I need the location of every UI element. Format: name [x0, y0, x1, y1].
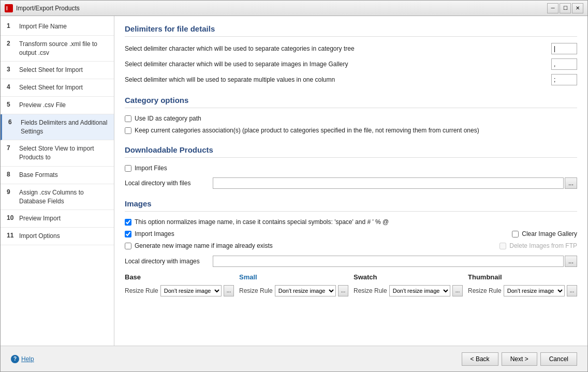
- delimiter-images-input[interactable]: [551, 58, 577, 70]
- use-id-row: Use ID as category path: [125, 114, 577, 123]
- sidebar-item-8[interactable]: 8 Base Formats: [1, 167, 114, 184]
- downloadable-section: Downloadable Products Import Files Local…: [125, 145, 577, 189]
- delimiters-title: Delimiters for file details: [125, 24, 577, 37]
- clear-gallery-row: Clear Image Gallery: [512, 230, 577, 239]
- swatch-title: Swatch: [354, 273, 463, 281]
- resize-small-col: Small Resize Rule Don't resize image ...: [239, 273, 348, 299]
- sidebar-item-10[interactable]: 10 Preview Import: [1, 210, 114, 228]
- small-resize-label: Resize Rule: [239, 287, 273, 294]
- local-dir-images-browse-button[interactable]: ...: [565, 256, 577, 267]
- sidebar-item-2[interactable]: 2 Transform source .xml file to output .…: [1, 36, 114, 62]
- back-button[interactable]: < Back: [462, 352, 498, 366]
- delimiters-section: Delimiters for file details Select delim…: [125, 24, 577, 85]
- import-images-row: Import Images: [125, 230, 174, 239]
- sidebar-num-3: 3: [7, 66, 15, 73]
- thumbnail-resize-label: Resize Rule: [468, 287, 502, 294]
- sidebar-label-3: Select Sheet for Import: [19, 66, 83, 75]
- delete-ftp-label: Delete Images from FTP: [509, 242, 577, 250]
- normalize-row: This option normalizes image name, in ca…: [125, 218, 577, 227]
- sidebar-item-4[interactable]: 4 Select Sheet for Import: [1, 79, 114, 97]
- sidebar-num-1: 1: [7, 22, 15, 29]
- thumbnail-title: Thumbnail: [468, 273, 577, 281]
- images-title: Images: [125, 199, 577, 212]
- title-bar-controls: ─ ☐ ✕: [547, 3, 583, 13]
- normalize-checkbox[interactable]: [125, 219, 131, 226]
- thumbnail-resize-btn[interactable]: ...: [567, 285, 577, 296]
- window-title: Import/Export Products: [16, 5, 80, 12]
- sidebar-label-6: Fields Delimiters and Additional Setting…: [21, 118, 108, 136]
- sidebar-num-9: 9: [7, 188, 15, 196]
- base-resize-label: Resize Rule: [125, 287, 158, 294]
- sidebar-item-5[interactable]: 5 Preview .csv File: [1, 97, 114, 114]
- clear-gallery-checkbox[interactable]: [512, 231, 519, 237]
- title-bar-left: I Import/Export Products: [5, 4, 80, 12]
- delimiter-images-row: Select delimiter character which will be…: [125, 58, 577, 70]
- images-section: Images This option normalizes image name…: [125, 199, 577, 298]
- gen-new-name-label: Generate new image name if image already…: [135, 242, 273, 250]
- gen-new-name-checkbox[interactable]: [125, 243, 131, 249]
- resize-thumbnail-col: Thumbnail Resize Rule Don't resize image…: [468, 273, 577, 299]
- base-resize-select[interactable]: Don't resize image: [160, 285, 222, 296]
- keep-categories-checkbox[interactable]: [125, 127, 131, 134]
- sidebar-label-5: Preview .csv File: [19, 101, 66, 110]
- sidebar-label-1: Import File Name: [19, 22, 67, 31]
- sidebar-label-10: Preview Import: [19, 214, 61, 223]
- thumbnail-resize-select[interactable]: Don't resize image: [504, 285, 565, 296]
- next-button[interactable]: Next >: [502, 352, 537, 366]
- sidebar-num-5: 5: [7, 101, 15, 108]
- sidebar: 1 Import File Name 2 Transform source .x…: [1, 16, 114, 346]
- svg-text:I: I: [6, 6, 8, 11]
- local-dir-label: Local directory with files: [125, 180, 208, 187]
- main-window: I Import/Export Products ─ ☐ ✕ 1 Import …: [0, 0, 588, 372]
- sidebar-num-6: 6: [8, 118, 17, 126]
- import-images-label: Import Images: [135, 230, 174, 239]
- sidebar-item-11[interactable]: 11 Import Options: [1, 228, 114, 245]
- minimize-button[interactable]: ─: [547, 3, 558, 13]
- sidebar-num-11: 11: [7, 232, 15, 239]
- sidebar-item-3[interactable]: 3 Select Sheet for Import: [1, 62, 114, 79]
- delete-ftp-checkbox[interactable]: [499, 243, 506, 249]
- delimiter-category-row: Select delimiter character which will be…: [125, 43, 577, 54]
- local-dir-input[interactable]: [213, 177, 564, 189]
- maximize-button[interactable]: ☐: [560, 3, 571, 13]
- sidebar-item-6[interactable]: 6 Fields Delimiters and Additional Setti…: [1, 114, 114, 141]
- sidebar-label-7: Select Store View to import Products to: [19, 144, 108, 162]
- sidebar-num-10: 10: [7, 214, 15, 221]
- import-files-checkbox[interactable]: [125, 165, 131, 172]
- swatch-resize-btn[interactable]: ...: [452, 285, 463, 296]
- swatch-resize-select[interactable]: Don't resize image: [389, 285, 450, 296]
- sidebar-label-8: Base Formats: [19, 171, 58, 180]
- resize-base-col: Base Resize Rule Don't resize image ...: [125, 273, 234, 299]
- sidebar-label-2: Transform source .xml file to output .cs…: [19, 40, 108, 57]
- small-resize-btn[interactable]: ...: [338, 285, 348, 296]
- cancel-button[interactable]: Cancel: [540, 352, 577, 366]
- local-dir-browse-button[interactable]: ...: [565, 177, 577, 189]
- base-title: Base: [125, 273, 234, 281]
- import-files-row: Import Files: [125, 164, 577, 173]
- category-section: Category options Use ID as category path…: [125, 96, 577, 135]
- delimiter-category-input[interactable]: [551, 43, 577, 54]
- local-dir-images-row: Local directory with images ...: [125, 256, 577, 267]
- help-link[interactable]: Help: [21, 355, 34, 363]
- base-resize-btn[interactable]: ...: [224, 285, 234, 296]
- import-images-checkbox[interactable]: [125, 231, 131, 237]
- close-button[interactable]: ✕: [572, 3, 583, 13]
- delimiter-multiple-row: Select delimiter which will be used to s…: [125, 74, 577, 85]
- sidebar-label-4: Select Sheet for Import: [19, 83, 83, 92]
- app-icon: I: [5, 4, 13, 12]
- swatch-resize-label: Resize Rule: [354, 287, 387, 294]
- sidebar-num-4: 4: [7, 83, 15, 91]
- local-dir-images-label: Local directory with images: [125, 258, 208, 265]
- small-resize-select[interactable]: Don't resize image: [275, 285, 336, 296]
- footer-buttons: < Back Next > Cancel: [462, 352, 577, 366]
- title-bar: I Import/Export Products ─ ☐ ✕: [1, 1, 587, 16]
- keep-categories-label: Keep current categories association(s) (…: [135, 126, 479, 135]
- local-dir-images-input[interactable]: [213, 256, 564, 267]
- normalize-label: This option normalizes image name, in ca…: [135, 218, 389, 227]
- sidebar-item-9[interactable]: 9 Assign .csv Columns to Database Fields: [1, 184, 114, 211]
- use-id-checkbox[interactable]: [125, 115, 131, 122]
- sidebar-item-7[interactable]: 7 Select Store View to import Products t…: [1, 140, 114, 167]
- delimiter-multiple-input[interactable]: [551, 74, 577, 85]
- sidebar-item-1[interactable]: 1 Import File Name: [1, 18, 114, 36]
- main-layout: 1 Import File Name 2 Transform source .x…: [1, 16, 587, 346]
